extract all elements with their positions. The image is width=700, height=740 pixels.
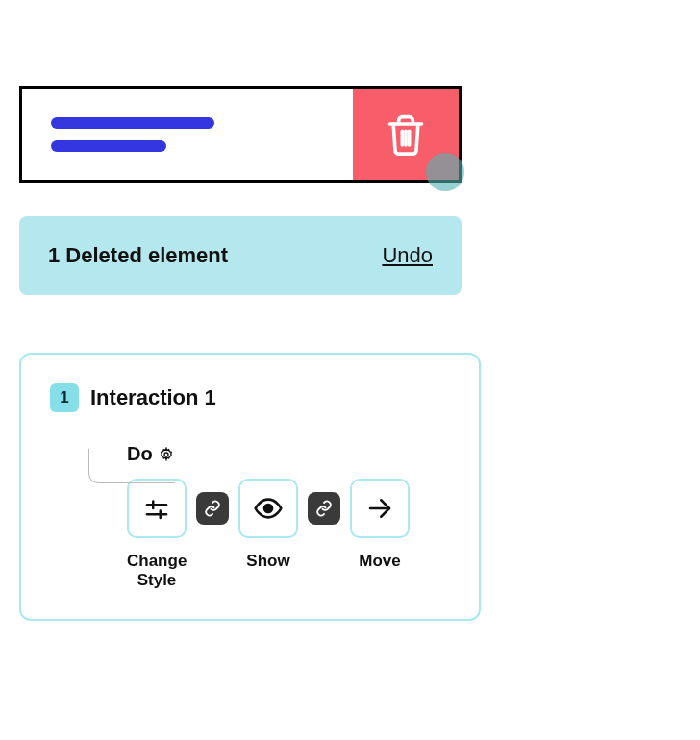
toast-message: 1 Deleted element bbox=[48, 243, 228, 268]
action-change-style[interactable] bbox=[127, 479, 187, 538]
interaction-badge: 1 bbox=[50, 383, 79, 412]
connector-line bbox=[88, 449, 175, 483]
link-icon bbox=[315, 500, 333, 517]
interaction-header: 1 Interaction 1 bbox=[50, 383, 450, 412]
interaction-title: Interaction 1 bbox=[90, 385, 216, 410]
action-label: Change Style bbox=[127, 552, 187, 590]
element-row bbox=[19, 86, 462, 183]
action-show[interactable] bbox=[238, 479, 298, 538]
action-label: Move bbox=[350, 552, 410, 571]
action-labels: Change Style Show Move bbox=[127, 552, 450, 590]
undo-link[interactable]: Undo bbox=[382, 243, 433, 268]
interaction-panel: 1 Interaction 1 Do bbox=[19, 353, 481, 621]
action-label: Show bbox=[238, 552, 298, 571]
placeholder-line bbox=[51, 140, 166, 152]
arrow-right-icon bbox=[365, 494, 394, 523]
element-content bbox=[22, 89, 353, 180]
placeholder-line bbox=[51, 117, 214, 129]
eye-icon bbox=[253, 493, 284, 524]
trash-icon bbox=[385, 111, 427, 158]
do-row: Do bbox=[127, 443, 450, 465]
link-chip[interactable] bbox=[308, 492, 340, 525]
svg-point-8 bbox=[264, 505, 272, 512]
link-icon bbox=[204, 500, 221, 517]
action-move[interactable] bbox=[350, 479, 410, 538]
interaction-body: Do bbox=[50, 443, 450, 590]
undo-toast: 1 Deleted element Undo bbox=[19, 216, 462, 295]
cursor-indicator bbox=[426, 153, 464, 191]
link-chip[interactable] bbox=[196, 492, 229, 525]
actions-row bbox=[127, 479, 450, 538]
sliders-icon bbox=[142, 494, 171, 523]
